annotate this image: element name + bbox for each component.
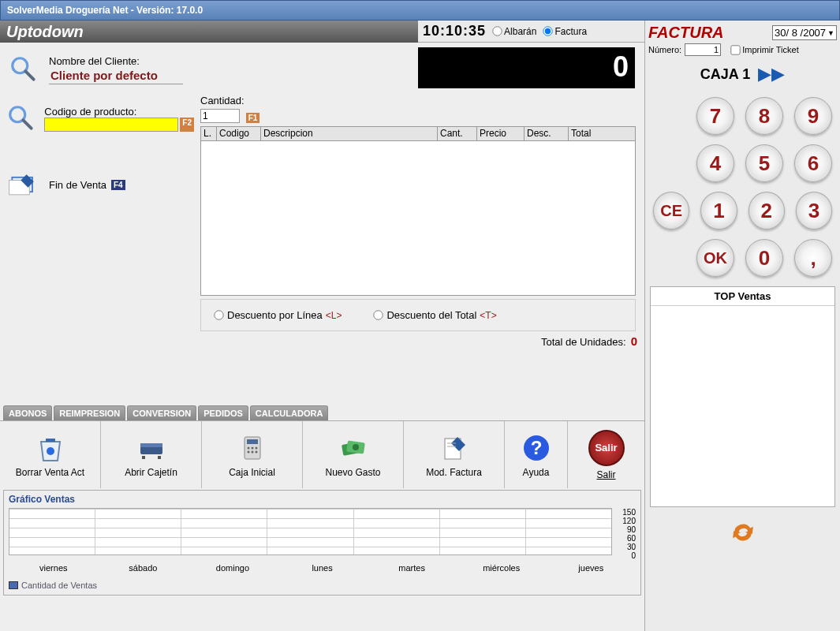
f1-badge: F1	[246, 113, 260, 123]
svg-point-6	[47, 447, 54, 455]
col-desc: Desc.	[525, 127, 569, 140]
product-code-label: Codigo de producto:	[44, 106, 194, 118]
exit-button[interactable]: Salir	[588, 430, 625, 466]
key-1[interactable]: 1	[700, 192, 737, 230]
delete-sale-button[interactable]: Borrar Venta Act	[0, 421, 101, 488]
exit-label: Salir	[596, 469, 615, 480]
col-descripcion: Descripcion	[261, 127, 438, 140]
svg-line-3	[24, 120, 32, 128]
svg-point-15	[255, 446, 257, 449]
tab-abonos[interactable]: ABONOS	[3, 405, 52, 420]
initial-cash-button[interactable]: Caja Inicial	[202, 421, 303, 488]
svg-rect-12	[247, 439, 258, 444]
key-5[interactable]: 5	[745, 144, 783, 182]
total-display: 0	[418, 47, 635, 88]
col-codigo: Codigo	[217, 127, 261, 140]
search-client-icon[interactable]	[6, 52, 41, 87]
new-expense-button[interactable]: Nuevo Gasto	[303, 421, 404, 488]
client-label: Nombre del Cliente:	[49, 55, 183, 67]
tab-conversion[interactable]: CONVERSION	[127, 405, 196, 420]
client-name-input[interactable]: Cliente por defecto	[49, 67, 183, 84]
print-ticket-checkbox[interactable]: Imprimir Ticket	[730, 45, 799, 55]
tab-calculadora[interactable]: CALCULADORA	[250, 405, 329, 420]
key-comma[interactable]: ,	[794, 239, 832, 277]
search-product-icon[interactable]	[6, 101, 36, 136]
svg-point-17	[251, 450, 253, 453]
col-cant: Cant.	[438, 127, 477, 140]
tab-pedidos[interactable]: PEDIDOS	[198, 405, 248, 420]
key-9[interactable]: 9	[794, 97, 832, 135]
end-sale-icon[interactable]	[6, 167, 41, 202]
key-8[interactable]: 8	[745, 97, 783, 135]
brand-header: Uptodown	[0, 21, 418, 43]
total-units-value: 0	[631, 334, 637, 348]
svg-rect-10	[158, 456, 161, 459]
open-drawer-button[interactable]: Abrir Cajetín	[101, 421, 202, 488]
svg-text:?: ?	[530, 437, 542, 458]
key-2[interactable]: 2	[749, 192, 785, 230]
qty-label: Cantidad:	[200, 95, 245, 106]
svg-point-21	[353, 444, 359, 450]
help-icon: ?	[521, 432, 552, 464]
svg-point-13	[247, 446, 249, 449]
line-items-table[interactable]: L. Codigo Descripcion Cant. Precio Desc.…	[200, 126, 636, 296]
chart-legend: Cantidad de Ventas	[9, 581, 636, 590]
key-ok[interactable]: OK	[696, 239, 734, 277]
caja-label: CAJA 1	[700, 66, 750, 83]
numeric-keypad: 7 8 9 4 5 6 CE 1 2 3 OK 0 ,	[645, 97, 840, 277]
qty-input[interactable]	[200, 109, 240, 123]
svg-rect-9	[142, 456, 145, 459]
numero-label: Número:	[648, 45, 681, 54]
f4-badge: F4	[111, 180, 125, 190]
svg-point-14	[251, 446, 253, 449]
col-l: L.	[201, 127, 217, 140]
money-icon	[338, 432, 369, 464]
end-sale-label: Fin de Venta	[49, 179, 106, 191]
trash-icon	[35, 432, 66, 464]
total-units-label: Total de Unidades:	[541, 336, 626, 348]
svg-point-16	[247, 450, 249, 453]
product-code-input[interactable]	[44, 118, 178, 132]
discount-line-radio[interactable]: Descuento por Línea <L>	[214, 309, 342, 321]
key-0[interactable]: 0	[745, 239, 783, 277]
help-button[interactable]: ? Ayuda	[505, 421, 568, 488]
clock: 10:10:35	[423, 23, 486, 39]
svg-rect-8	[140, 443, 162, 447]
svg-point-18	[255, 450, 257, 453]
col-precio: Precio	[477, 127, 525, 140]
key-6[interactable]: 6	[794, 144, 832, 182]
calculator-icon	[237, 432, 268, 464]
top-sales-panel: TOP Ventas	[650, 286, 835, 507]
tab-reimpresion[interactable]: REIMPRESION	[54, 405, 125, 420]
date-picker[interactable]: 30/ 8 /2007▼	[772, 25, 837, 40]
f2-badge: F2	[180, 118, 194, 132]
invoice-icon	[439, 432, 470, 464]
discount-total-radio[interactable]: Descuento del Total <T>	[373, 309, 496, 321]
key-ce[interactable]: CE	[653, 192, 689, 230]
radio-factura[interactable]: Factura	[543, 26, 587, 37]
key-4[interactable]: 4	[696, 144, 734, 182]
invoice-number-input[interactable]: 1	[685, 43, 721, 56]
mod-invoice-button[interactable]: Mod. Factura	[404, 421, 505, 488]
key-3[interactable]: 3	[796, 192, 832, 230]
sales-chart: Gráfico Ventas 150120 9060 300 viernessá…	[3, 490, 641, 596]
window-titlebar: SolverMedia Droguería Net - Versión: 17.…	[0, 0, 840, 21]
radio-albaran[interactable]: Albarán	[492, 26, 536, 37]
col-total: Total	[569, 127, 635, 140]
forward-icon[interactable]: ▶▶	[758, 64, 785, 84]
invoice-type-label: FACTURA	[648, 24, 724, 42]
drawer-icon	[136, 432, 167, 464]
svg-line-1	[25, 71, 33, 79]
key-7[interactable]: 7	[696, 97, 734, 135]
refresh-button[interactable]	[645, 515, 840, 550]
